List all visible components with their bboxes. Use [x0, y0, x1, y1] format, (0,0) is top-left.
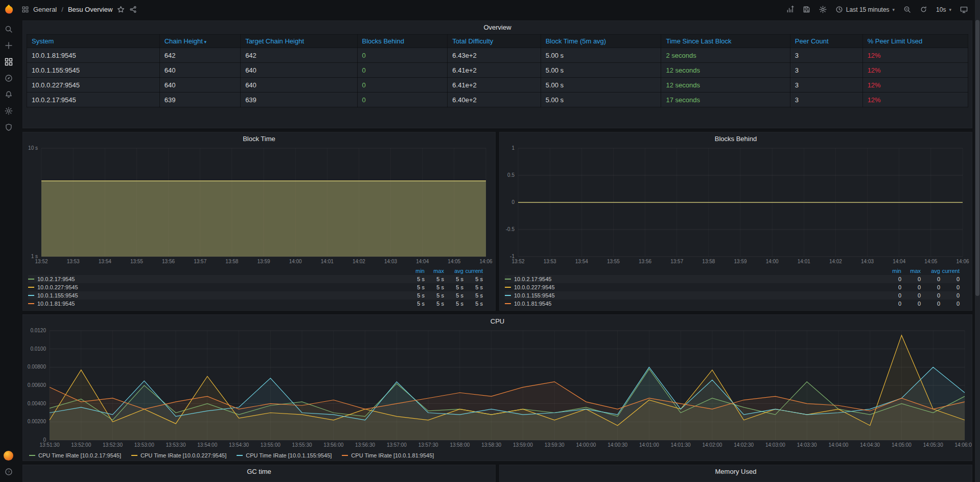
sidebar-item-alerting[interactable] [5, 90, 13, 99]
user-avatar[interactable] [4, 451, 13, 461]
svg-text:13:53:00: 13:53:00 [134, 442, 154, 448]
legend-series-name[interactable]: CPU Time IRate [10.0.1.155:9545] [237, 452, 332, 458]
breadcrumb-title[interactable]: Besu Overview [68, 6, 112, 13]
legend-series-swatch-icon [505, 279, 511, 280]
legend-series-name[interactable]: 10.0.0.227:9545 [28, 284, 405, 290]
time-picker[interactable]: Last 15 minutes ▾ [835, 6, 895, 13]
blocks-behind-chart[interactable]: 13:5213:5313:5413:5513:5613:5713:5813:59… [500, 145, 972, 267]
legend-series-name[interactable]: 10.0.1.81:9545 [505, 301, 882, 307]
save-dashboard-icon[interactable] [803, 6, 810, 13]
panel-title[interactable]: Block Time [23, 132, 495, 145]
column-header[interactable]: Blocks Behind [357, 35, 448, 48]
zoom-out-icon[interactable] [903, 6, 911, 13]
breadcrumb-separator: / [61, 6, 63, 13]
column-header[interactable]: Block Time (5m avg) [541, 35, 661, 48]
column-header[interactable]: Chain Height ▾ [159, 35, 240, 48]
column-header[interactable]: Total Difficulty [448, 35, 541, 48]
svg-text:13:57: 13:57 [194, 259, 206, 264]
legend-stat-value: 5 s [425, 276, 444, 282]
sidebar-item-server-admin[interactable] [5, 123, 13, 131]
svg-text:0: 0 [511, 199, 515, 205]
svg-text:14:03:00: 14:03:00 [765, 442, 785, 448]
svg-text:1: 1 [511, 145, 515, 151]
add-panel-icon[interactable] [786, 6, 794, 13]
sidebar-item-create[interactable] [5, 41, 13, 50]
table-cell: 639 [159, 93, 240, 107]
svg-text:13:54: 13:54 [575, 259, 588, 264]
sidebar-item-dashboards[interactable] [5, 58, 13, 66]
legend-stat-header[interactable]: current [940, 268, 960, 274]
star-icon[interactable] [117, 6, 125, 13]
svg-text:13:59:30: 13:59:30 [545, 442, 565, 448]
breadcrumb-folder[interactable]: General [33, 6, 57, 13]
refresh-interval-dropdown[interactable]: 10s ▾ [936, 6, 951, 13]
svg-text:13:59: 13:59 [257, 259, 270, 264]
cycle-view-icon[interactable] [960, 6, 968, 13]
cpu-chart[interactable]: 13:51:3013:52:0013:52:3013:53:0013:53:30… [23, 328, 972, 450]
legend-stat-header[interactable]: min [405, 268, 425, 274]
legend-stat-header[interactable]: current [463, 268, 483, 274]
legend-stat-header[interactable]: avg [921, 268, 940, 274]
legend-stat-value: 0 [921, 292, 940, 299]
dashboard-settings-icon[interactable] [819, 6, 827, 13]
column-header[interactable]: Time Since Last Block [661, 35, 790, 48]
sidebar-item-configuration[interactable] [5, 107, 13, 115]
legend-stat-value: 0 [940, 301, 960, 307]
column-header[interactable]: System [27, 35, 160, 48]
scrollbar-thumb[interactable] [975, 20, 979, 296]
sidebar-item-search[interactable] [5, 25, 13, 33]
svg-text:14:04: 14:04 [893, 259, 905, 264]
legend-stat-header[interactable]: max [425, 268, 444, 274]
column-header[interactable]: Peer Count [790, 35, 862, 48]
svg-text:13:52: 13:52 [35, 259, 48, 264]
legend-series-name[interactable]: 10.0.0.227:9545 [505, 284, 882, 290]
table-row: 10.0.1.155:954564064006.41e+25.00 s12 se… [27, 63, 968, 78]
legend-stat-header[interactable]: max [901, 268, 921, 274]
share-icon[interactable] [129, 6, 137, 13]
svg-text:0.00400: 0.00400 [28, 401, 46, 406]
panel-title[interactable]: GC time [23, 465, 495, 478]
legend-series-name[interactable]: CPU Time IRate [10.0.0.227:9545] [131, 452, 226, 458]
panel-title[interactable]: Blocks Behind [500, 132, 972, 145]
refresh-icon[interactable] [920, 6, 927, 13]
legend-series-name[interactable]: 10.0.1.81:9545 [28, 301, 405, 307]
gc-time-panel: GC time [22, 465, 496, 482]
legend-stat-header[interactable]: avg [444, 268, 463, 274]
block-time-chart[interactable]: 13:5213:5313:5413:5513:5613:5713:5813:59… [23, 145, 495, 267]
legend-series-name[interactable]: 10.0.1.155:9545 [28, 292, 405, 299]
svg-text:?: ? [7, 470, 10, 474]
svg-text:13:54:30: 13:54:30 [229, 442, 249, 448]
svg-text:13:53: 13:53 [67, 259, 80, 264]
scrollbar-track[interactable] [975, 0, 980, 482]
panel-title[interactable]: Overview [23, 21, 972, 34]
chevron-down-icon: ▾ [949, 7, 951, 12]
legend-series-swatch-icon [505, 303, 511, 304]
legend-stat-value: 5 s [425, 284, 444, 290]
column-header[interactable]: % Peer Limit Used [862, 35, 968, 48]
svg-text:14:03: 14:03 [861, 259, 874, 264]
legend-series-name[interactable]: CPU Time IRate [10.0.2.17:9545] [29, 452, 121, 458]
legend-series-name[interactable]: 10.0.1.155:9545 [505, 292, 882, 299]
column-header[interactable]: Target Chain Height [241, 35, 357, 48]
panel-title[interactable]: CPU [23, 315, 972, 328]
shield-icon [5, 123, 13, 131]
table-cell: 12 seconds [661, 63, 790, 78]
grafana-logo[interactable] [0, 0, 17, 19]
svg-text:14:00:00: 14:00:00 [576, 442, 596, 448]
legend-stat-value: 5 s [463, 301, 483, 307]
legend-series-swatch-icon [28, 303, 34, 304]
sidebar-item-explore[interactable] [5, 74, 13, 82]
legend-series-swatch-icon [131, 455, 137, 456]
legend-stat-value: 0 [940, 276, 960, 282]
panel-title[interactable]: Memory Used [500, 465, 972, 478]
svg-text:14:01:30: 14:01:30 [671, 442, 691, 448]
svg-text:-0.5: -0.5 [506, 226, 515, 232]
legend-series-name[interactable]: 10.0.2.17:9545 [505, 276, 882, 282]
legend-stat-header[interactable]: min [882, 268, 901, 274]
legend-row: 10.0.2.17:95455 s5 s5 s5 s [28, 275, 483, 283]
legend-series-name[interactable]: CPU Time IRate [10.0.1.81:9545] [342, 452, 434, 458]
legend-series-name[interactable]: 10.0.2.17:9545 [28, 276, 405, 282]
table-cell: 12% [862, 93, 968, 107]
sidebar-item-help[interactable]: ? [5, 468, 13, 476]
table-cell: 5.00 s [541, 93, 661, 107]
